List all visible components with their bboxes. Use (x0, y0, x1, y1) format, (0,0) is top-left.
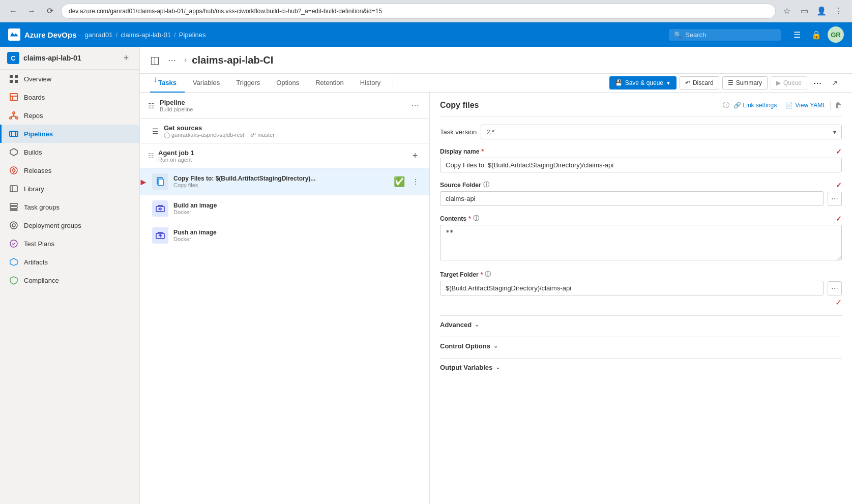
queue-button[interactable]: ▶ Queue (771, 76, 807, 90)
sidebar-item-test-plans[interactable]: Test Plans (0, 234, 139, 253)
task-version-select[interactable]: 2.* (481, 125, 842, 139)
copy-files-check: ✅ (394, 176, 405, 187)
sidebar-label-library: Library (24, 185, 44, 193)
link-settings-button[interactable]: 🔗 Link settings (733, 102, 777, 109)
sidebar-item-library[interactable]: Library (0, 180, 139, 198)
display-name-checkmark: ✓ (836, 147, 842, 156)
project-icon: C (7, 52, 19, 64)
logo-icon (8, 28, 20, 41)
copy-files-task[interactable]: Copy Files to: $(Build.ArtifactStagingDi… (140, 168, 429, 195)
browser-bar: ← → ⟳ ☆ ▭ 👤 ⋮ (0, 0, 852, 22)
agent-job-title: Agent job 1 (158, 149, 405, 157)
more-options-button[interactable]: ⋮ (832, 4, 846, 18)
forward-button[interactable]: → (24, 4, 39, 18)
sidebar-item-task-groups[interactable]: Task groups (0, 198, 139, 216)
display-name-label: Display name * ✓ (440, 147, 842, 156)
tab-retention[interactable]: Retention (307, 74, 352, 93)
tab-options[interactable]: Options (268, 74, 307, 93)
source-folder-info-icon[interactable]: ⓘ (483, 181, 489, 189)
save-queue-button[interactable]: 💾 Save & queue ▼ (609, 76, 677, 90)
get-sources-item[interactable]: ☰ Get sources ◯ ganrad/aks-aspnet-sqldb-… (140, 119, 429, 144)
sidebar-label-deployment-groups: Deployment groups (24, 222, 81, 229)
agent-job: ☷ Agent job 1 Run on agent + (140, 144, 429, 168)
library-icon (9, 184, 19, 194)
user-profile-button[interactable]: 👤 (814, 4, 829, 18)
back-button[interactable]: ← (6, 4, 20, 18)
tabs-more-button[interactable]: ⋯ (810, 76, 825, 90)
contents-textarea[interactable]: ** (440, 225, 842, 260)
sidebar-item-artifacts[interactable]: Artifacts (0, 253, 139, 271)
copy-files-more[interactable]: ⋮ (410, 176, 421, 187)
target-folder-more-button[interactable]: ⋯ (828, 281, 842, 295)
view-yaml-button[interactable]: 📄 View YAML (785, 102, 826, 109)
source-folder-group: Source Folder ⓘ ✓ ⋯ (440, 181, 842, 206)
settings-button[interactable]: ☰ (789, 26, 805, 43)
test-plans-icon (9, 239, 19, 249)
sidebar-item-boards[interactable]: Boards (0, 88, 139, 106)
breadcrumb-org[interactable]: ganrad01 (85, 31, 113, 39)
advanced-section[interactable]: Advanced ⌄ (440, 315, 842, 334)
tab-variables[interactable]: Variables (185, 74, 228, 93)
pipeline-grid-icon: ◫ (150, 54, 160, 66)
contents-info-icon[interactable]: ⓘ (473, 214, 479, 223)
tab-tasks[interactable]: Tasks ↓ (150, 74, 185, 93)
repo-icon: ◯ ganrad/aks-aspnet-sqldb-rest (164, 132, 244, 138)
sidebar-item-compliance[interactable]: Compliance (0, 271, 139, 289)
sidebar-item-releases[interactable]: Releases (0, 161, 139, 180)
source-folder-more-button[interactable]: ⋯ (828, 192, 842, 206)
expand-button[interactable]: ↗ (828, 76, 842, 90)
add-project-button[interactable]: + (120, 52, 132, 64)
display-name-required: * (481, 148, 484, 155)
svg-point-7 (13, 112, 15, 114)
summary-button[interactable]: ☰ Summary (722, 76, 768, 90)
reload-button[interactable]: ⟳ (43, 4, 57, 18)
user-avatar[interactable]: GR (828, 26, 844, 43)
app-container: Azure DevOps ganrad01 / claims-api-lab-0… (0, 22, 852, 504)
copy-files-task-wrapper: ► Copy Files to: $(Build.ArtifactStaging… (140, 168, 429, 195)
control-options-label: Control Options (440, 342, 490, 350)
target-folder-input[interactable] (440, 281, 824, 295)
sidebar: C claims-api-lab-01 + Overview Boards (0, 47, 140, 504)
header-search[interactable]: 🔍 Search (669, 29, 781, 41)
sidebar-label-builds: Builds (24, 149, 42, 156)
branch-icon: ☍ master (250, 132, 275, 138)
agent-job-add-button[interactable]: + (409, 150, 421, 162)
sidebar-item-builds[interactable]: Builds (0, 143, 139, 161)
target-folder-checkmark: ✓ (835, 298, 842, 307)
tasks-tab-arrow: ↓ (153, 75, 157, 84)
sidebar-item-repos[interactable]: Repos (0, 106, 139, 125)
sidebar-item-overview[interactable]: Overview (0, 70, 139, 88)
tasks-panel: ☷ Pipeline Build pipeline ⋯ ☰ Get source… (140, 93, 430, 504)
address-bar[interactable] (61, 4, 776, 19)
bookmark-button[interactable]: ☆ (780, 4, 794, 18)
svg-point-23 (12, 224, 15, 227)
pipeline-section[interactable]: ☷ Pipeline Build pipeline ⋯ (140, 93, 429, 119)
source-folder-input[interactable] (440, 191, 824, 206)
output-variables-section[interactable]: Output Variables ⌄ (440, 358, 842, 376)
tab-triggers[interactable]: Triggers (228, 74, 268, 93)
detail-info-icon[interactable]: ⓘ (723, 101, 729, 110)
svg-line-11 (11, 116, 14, 117)
sidebar-project-header: C claims-api-lab-01 + (0, 47, 139, 70)
breadcrumb-section[interactable]: Pipelines (179, 31, 206, 39)
push-image-icon (152, 227, 168, 244)
extensions-button[interactable]: ▭ (797, 4, 811, 18)
sidebar-item-deployment-groups[interactable]: Deployment groups (0, 216, 139, 234)
tab-history[interactable]: History (352, 74, 389, 93)
pipeline-more-button[interactable]: ⋯ (165, 53, 179, 67)
pipeline-section-more[interactable]: ⋯ (409, 100, 421, 112)
build-image-subtitle: Docker (173, 209, 421, 215)
sidebar-item-pipelines[interactable]: Pipelines (0, 125, 139, 143)
control-options-section[interactable]: Control Options ⌄ (440, 337, 842, 355)
remove-button[interactable]: 🗑 (835, 101, 842, 109)
push-image-task[interactable]: Push an image Docker (140, 222, 429, 249)
summary-icon: ☰ (728, 79, 733, 86)
notifications-button[interactable]: 🔒 (808, 26, 825, 43)
advanced-chevron-icon: ⌄ (475, 321, 479, 328)
target-folder-info-icon[interactable]: ⓘ (485, 270, 491, 279)
breadcrumb-project[interactable]: claims-api-lab-01 (121, 31, 171, 39)
display-name-input[interactable] (440, 158, 842, 172)
build-image-task[interactable]: Build an image Docker (140, 195, 429, 222)
discard-button[interactable]: ↶ Discard (680, 76, 719, 90)
get-sources-info: Get sources ◯ ganrad/aks-aspnet-sqldb-re… (164, 124, 421, 138)
